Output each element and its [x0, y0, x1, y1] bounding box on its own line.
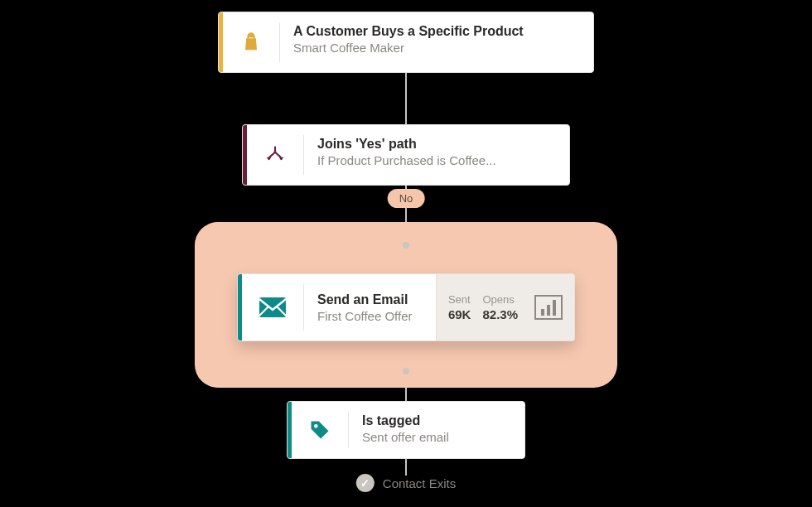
exit-label: Contact Exits: [383, 476, 456, 490]
trigger-title: A Customer Buys a Specific Product: [293, 24, 577, 39]
stat-opens-label: Opens: [482, 293, 518, 306]
envelope-icon: [242, 274, 303, 340]
trigger-card[interactable]: A Customer Buys a Specific Product Smart…: [218, 12, 594, 73]
shopping-bag-icon: [223, 12, 279, 72]
stat-sent-value: 69K: [448, 307, 471, 321]
email-stats: Sent 69K Opens 82.3%: [436, 274, 574, 340]
svg-point-2: [314, 424, 318, 428]
stat-opens-value: 82.3%: [482, 307, 518, 321]
branch-card[interactable]: Joins 'Yes' path If Product Purchased is…: [242, 124, 570, 186]
branch-subtitle: If Product Purchased is Coffee...: [317, 153, 553, 167]
email-card[interactable]: Send an Email First Coffee Offer Sent 69…: [237, 273, 575, 341]
trigger-subtitle: Smart Coffee Maker: [293, 41, 577, 55]
bar-chart-icon[interactable]: [534, 295, 563, 320]
exit-step: ✓ Contact Exits: [356, 474, 456, 492]
tag-subtitle: Sent offer email: [362, 430, 508, 444]
email-subtitle: First Coffee Offer: [317, 309, 436, 323]
stat-sent-label: Sent: [448, 293, 471, 306]
flow-dot: [403, 242, 409, 249]
svg-rect-0: [249, 35, 254, 38]
email-title: Send an Email: [317, 292, 436, 307]
flow-dot: [403, 368, 409, 374]
tag-title: Is tagged: [362, 413, 508, 428]
check-circle-icon: ✓: [356, 474, 375, 492]
branch-title: Joins 'Yes' path: [317, 137, 553, 152]
tag-icon: [292, 402, 348, 458]
svg-rect-1: [259, 297, 286, 317]
flow-connector: [405, 459, 407, 476]
branch-no-pill[interactable]: No: [388, 189, 425, 208]
tag-card[interactable]: Is tagged Sent offer email: [287, 401, 525, 459]
flow-connector: [405, 73, 407, 124]
split-path-icon: [247, 125, 303, 185]
